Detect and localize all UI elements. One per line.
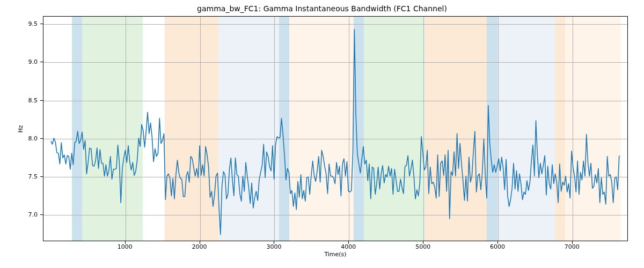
x-tick-label: 2000 [192, 243, 207, 250]
y-tick [40, 138, 43, 139]
x-tick-label: 4000 [341, 243, 356, 250]
line-layer [43, 17, 627, 241]
y-tick-label: 7.0 [28, 211, 38, 218]
x-tick-label: 6000 [490, 243, 505, 250]
plot-title: gamma_bw_FC1: Gamma Instantaneous Bandwi… [0, 4, 644, 13]
x-axis-label: Time(s) [43, 251, 628, 258]
figure: gamma_bw_FC1: Gamma Instantaneous Bandwi… [0, 0, 644, 268]
plot-area [43, 16, 628, 241]
y-tick-label: 8.0 [28, 135, 38, 142]
y-tick [40, 214, 43, 215]
y-axis-label: Hz [15, 16, 26, 241]
y-tick-label: 9.0 [28, 58, 38, 65]
y-tick [40, 176, 43, 177]
y-tick [40, 24, 43, 24]
series-line [51, 29, 619, 235]
x-tick-label: 1000 [118, 243, 133, 250]
y-tick [40, 62, 43, 62]
axes: Time(s) Hz 10002000300040005000600070007… [43, 16, 628, 241]
x-tick-label: 5000 [415, 243, 430, 250]
y-tick-label: 9.5 [28, 20, 38, 27]
x-tick-label: 3000 [266, 243, 281, 250]
y-tick-label: 7.5 [28, 173, 38, 180]
x-tick-label: 7000 [565, 243, 580, 250]
y-tick [40, 100, 43, 101]
y-tick-label: 8.5 [28, 96, 38, 103]
